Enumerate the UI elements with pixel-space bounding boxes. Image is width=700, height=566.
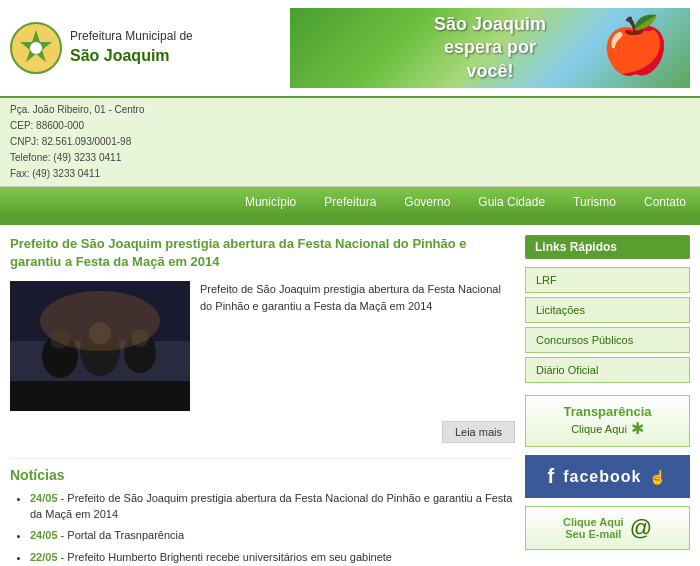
logo-city-name: São Joaquim [70,45,193,67]
quick-link-licitacoes[interactable]: Licitações [525,297,690,323]
article-image-svg [10,281,190,411]
email-at-icon: @ [630,515,652,541]
quick-links-title: Links Rápidos [525,235,690,259]
click-here-icon: ✱ [631,419,644,438]
logo-prefix: Prefeitura Municipal de [70,28,193,45]
news-section-title: Notícias [10,467,515,483]
nav-guia-cidade[interactable]: Guia Cidade [464,187,559,217]
contact-address: Pça. João Ribeiro, 01 - Centro [10,102,690,118]
transparencia-title: Transparência [534,404,681,419]
main-wrapper: Prefeito de São Joaquim prestigia abertu… [0,225,700,566]
contact-fax: Fax: (49) 3233 0411 [10,166,690,182]
quick-link-diario[interactable]: Diário Oficial [525,357,690,383]
email-text-area: Clique Aqui Seu E-mail [563,516,624,540]
contact-cep: CEP: 88600-000 [10,118,690,134]
apple-decoration-icon: 🍎 [601,13,670,78]
quick-link-lrf[interactable]: LRF [525,267,690,293]
sidebar: Links Rápidos LRF Licitações Concursos P… [525,235,690,566]
quick-link-concursos[interactable]: Concursos Públicos [525,327,690,353]
article-title: Prefeito de São Joaquim prestigia abertu… [10,235,515,271]
contact-info: Pça. João Ribeiro, 01 - Centro CEP: 8860… [10,102,690,182]
facebook-label: facebook [563,468,641,486]
nav-turismo[interactable]: Turismo [559,187,630,217]
nav-bar: Município Prefeitura Governo Guia Cidade… [0,187,700,217]
logo-text: Prefeitura Municipal de São Joaquim [70,28,193,67]
transparencia-box[interactable]: Transparência Clique Aqui ✱ [525,395,690,447]
cursor-icon: ☝ [649,469,667,485]
contact-bar: Pça. João Ribeiro, 01 - Centro CEP: 8860… [0,98,700,187]
news-text-3: - Prefeito Humberto Brighenti recebe uni… [61,551,392,563]
news-link-2[interactable]: 24/05 - Portal da Trasnparência [30,529,184,541]
contact-cnpj: CNPJ: 82.561.093/0001-98 [10,134,690,150]
content-area: Prefeito de São Joaquim prestigia abertu… [10,235,525,566]
nav-prefeitura[interactable]: Prefeitura [310,187,390,217]
contact-phone: Telefone: (49) 3233 0411 [10,150,690,166]
transparencia-subtitle: Clique Aqui [571,423,627,435]
news-date-1: 24/05 [30,492,58,504]
email-line1: Clique Aqui [563,516,624,528]
read-more-button[interactable]: Leia mais [442,421,515,443]
header: Prefeitura Municipal de São Joaquim São … [0,0,700,98]
email-box[interactable]: Clique Aqui Seu E-mail @ [525,506,690,550]
svg-point-2 [30,42,42,54]
news-date-2: 24/05 [30,529,58,541]
green-divider [0,217,700,225]
quick-links: Links Rápidos LRF Licitações Concursos P… [525,235,690,383]
facebook-box[interactable]: f facebook ☝ [525,455,690,498]
svg-point-11 [40,291,160,351]
nav-municipio[interactable]: Município [231,187,310,217]
news-link-1[interactable]: 24/05 - Prefeito de São Joaquim prestigi… [30,492,512,519]
news-section: Notícias 24/05 - Prefeito de São Joaquim… [10,458,515,565]
nav-governo[interactable]: Governo [390,187,464,217]
list-item: 22/05 - Prefeito Humberto Brighenti rece… [30,550,515,565]
news-text-1: - Prefeito de São Joaquim prestigia aber… [30,492,512,519]
list-item: 24/05 - Portal da Trasnparência [30,528,515,543]
city-emblem-icon [10,22,62,74]
banner-text: São Joaquim espera por você! [434,13,546,83]
article-body: Prefeito de São Joaquim prestigia abertu… [10,281,515,411]
news-text-2: - Portal da Trasnparência [61,529,185,541]
news-date-3: 22/05 [30,551,58,563]
news-list: 24/05 - Prefeito de São Joaquim prestigi… [10,491,515,565]
facebook-icon: f [548,465,556,488]
nav-contato[interactable]: Contato [630,187,700,217]
article-text: Prefeito de São Joaquim prestigia abertu… [200,281,515,411]
news-link-3[interactable]: 22/05 - Prefeito Humberto Brighenti rece… [30,551,392,563]
article-image [10,281,190,411]
header-banner: São Joaquim espera por você! 🍎 [290,8,690,88]
read-more-area: Leia mais [10,421,515,443]
list-item: 24/05 - Prefeito de São Joaquim prestigi… [30,491,515,522]
svg-rect-12 [10,381,190,411]
logo-area: Prefeitura Municipal de São Joaquim [10,22,193,74]
email-line2: Seu E-mail [563,528,624,540]
